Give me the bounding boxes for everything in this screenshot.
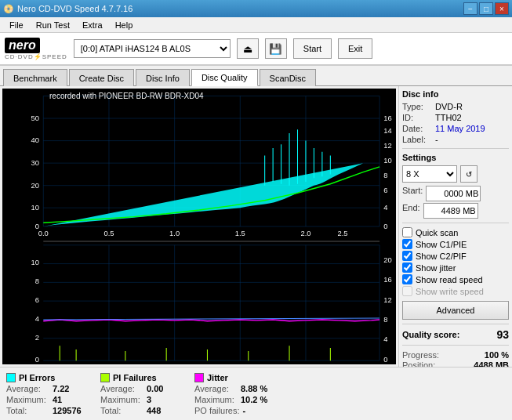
start-button[interactable]: Start xyxy=(293,38,332,59)
svg-text:0.5: 0.5 xyxy=(103,230,114,238)
id-label: ID: xyxy=(402,113,432,122)
refresh-button[interactable]: ↺ xyxy=(460,165,478,183)
label-label: Label: xyxy=(402,135,432,144)
tab-disc-info[interactable]: Disc Info xyxy=(136,69,190,86)
pif-avg-row: Average: 0.00 xyxy=(100,384,179,393)
chart-svg: 0 10 20 30 40 50 0 4 6 8 10 12 14 16 0.0… xyxy=(2,89,396,364)
pi-errors-label: PI Errors xyxy=(19,373,55,382)
pi-failures-legend: PI Failures xyxy=(100,373,179,382)
jitter-avg-label: Average: xyxy=(194,384,238,393)
type-value: DVD-R xyxy=(435,102,463,111)
svg-text:2.0: 2.0 xyxy=(300,230,310,238)
type-label: Type: xyxy=(402,102,432,111)
svg-text:4: 4 xyxy=(383,204,387,212)
svg-text:4: 4 xyxy=(35,315,39,323)
svg-text:1.0: 1.0 xyxy=(169,230,180,238)
chart-area: recorded with PIONEER BD-RW BDR-XD04 xyxy=(2,89,396,364)
tab-scan-disc[interactable]: ScanDisc xyxy=(260,69,316,86)
progress-row: Progress: 100 % xyxy=(402,350,509,360)
svg-text:0.0: 0.0 xyxy=(38,230,49,238)
stats-area: PI Errors Average: 7.22 Maximum: 41 Tota… xyxy=(0,367,512,420)
end-input[interactable] xyxy=(423,203,478,219)
c2-pif-label: Show C2/PIF xyxy=(416,252,467,261)
menu-extra[interactable]: Extra xyxy=(76,19,109,31)
menu-file[interactable]: File xyxy=(3,19,30,31)
speed-row: 8 X ↺ xyxy=(402,165,509,183)
title-bar: 📀 Nero CD-DVD Speed 4.7.7.16 − □ × xyxy=(0,0,512,17)
id-value: TTH02 xyxy=(435,113,462,122)
quick-scan-checkbox[interactable] xyxy=(402,227,412,237)
jitter-avg-row: Average: 8.88 % xyxy=(194,384,273,393)
quality-score-value: 93 xyxy=(496,328,509,341)
menu-help[interactable]: Help xyxy=(109,19,140,31)
recorded-text: recorded with PIONEER BD-RW BDR-XD04 xyxy=(49,92,204,100)
pi-failures-color xyxy=(100,373,110,382)
svg-text:16: 16 xyxy=(383,114,391,122)
divider-2 xyxy=(402,223,509,223)
disc-label-row: Label: - xyxy=(402,135,509,144)
svg-text:10: 10 xyxy=(31,259,39,267)
pi-errors-group: PI Errors Average: 7.22 Maximum: 41 Tota… xyxy=(6,373,85,415)
write-speed-label: Show write speed xyxy=(416,287,484,296)
app-header: nero CD·DVD⚡SPEED [0:0] ATAPI iHAS124 B … xyxy=(0,33,512,66)
maximize-button[interactable]: □ xyxy=(479,2,493,15)
jitter-checkbox[interactable] xyxy=(402,262,412,273)
jitter-label: Jitter xyxy=(207,373,228,382)
svg-text:0: 0 xyxy=(35,357,39,364)
pi-max-row: Maximum: 41 xyxy=(6,395,85,404)
svg-text:14: 14 xyxy=(383,127,391,135)
jitter-label: Show jitter xyxy=(416,263,456,273)
minimize-button[interactable]: − xyxy=(463,2,478,15)
tab-create-disc[interactable]: Create Disc xyxy=(69,69,134,86)
c2-pif-checkbox[interactable] xyxy=(402,251,412,261)
eject-button[interactable]: ⏏ xyxy=(237,38,259,59)
svg-text:0: 0 xyxy=(35,223,39,230)
jitter-color xyxy=(194,373,204,382)
disc-type-row: Type: DVD-R xyxy=(402,102,509,111)
drive-select[interactable]: [0:0] ATAPI iHAS124 B AL0S xyxy=(74,39,231,58)
pif-max-value: 3 xyxy=(147,395,151,404)
jitter-row: Show jitter xyxy=(402,262,509,273)
jitter-max-row: Maximum: 10.2 % xyxy=(194,395,273,404)
svg-text:10: 10 xyxy=(383,158,391,165)
svg-text:6: 6 xyxy=(383,187,387,195)
speed-select[interactable]: 8 X xyxy=(402,165,457,183)
settings-title: Settings xyxy=(402,153,509,162)
svg-text:0: 0 xyxy=(383,357,387,364)
tab-disc-quality[interactable]: Disc Quality xyxy=(191,69,258,86)
read-speed-checkbox[interactable] xyxy=(402,274,412,284)
start-input[interactable] xyxy=(426,186,481,201)
tab-benchmark[interactable]: Benchmark xyxy=(3,69,67,86)
pi-failures-group: PI Failures Average: 0.00 Maximum: 3 Tot… xyxy=(100,373,179,415)
c1-pie-checkbox[interactable] xyxy=(402,239,412,249)
pif-total-label: Total: xyxy=(100,406,143,415)
c1-pie-row: Show C1/PIE xyxy=(402,239,509,249)
title-bar-controls: − □ × xyxy=(463,2,509,15)
position-row: Position: 4488 MB xyxy=(402,360,509,367)
menu-run-test[interactable]: Run Test xyxy=(30,19,76,31)
svg-text:8: 8 xyxy=(383,316,387,324)
position-value: 4488 MB xyxy=(474,360,509,367)
svg-text:6: 6 xyxy=(35,296,39,304)
app-icon: 📀 xyxy=(3,4,14,14)
save-button[interactable]: 💾 xyxy=(265,38,287,59)
date-label: Date: xyxy=(402,124,432,133)
pi-errors-color xyxy=(6,373,16,382)
progress-label: Progress: xyxy=(402,350,439,360)
pif-avg-label: Average: xyxy=(100,384,143,393)
exit-button[interactable]: Exit xyxy=(338,38,372,59)
svg-text:1.5: 1.5 xyxy=(235,230,245,238)
end-label: End: xyxy=(402,203,420,219)
content-row: recorded with PIONEER BD-RW BDR-XD04 xyxy=(0,86,512,367)
advanced-button[interactable]: Advanced xyxy=(402,301,509,320)
title-bar-text: Nero CD-DVD Speed 4.7.7.16 xyxy=(17,4,133,13)
svg-text:12: 12 xyxy=(383,142,391,150)
disc-id-row: ID: TTH02 xyxy=(402,113,509,122)
jitter-max-label: Maximum: xyxy=(194,395,238,404)
svg-rect-44 xyxy=(43,245,379,360)
end-mb-row: End: xyxy=(402,203,509,219)
pi-max-label: Maximum: xyxy=(6,395,49,404)
pi-failures-label: PI Failures xyxy=(113,373,157,382)
quality-score-label: Quality score: xyxy=(402,330,459,339)
close-button[interactable]: × xyxy=(495,2,509,15)
